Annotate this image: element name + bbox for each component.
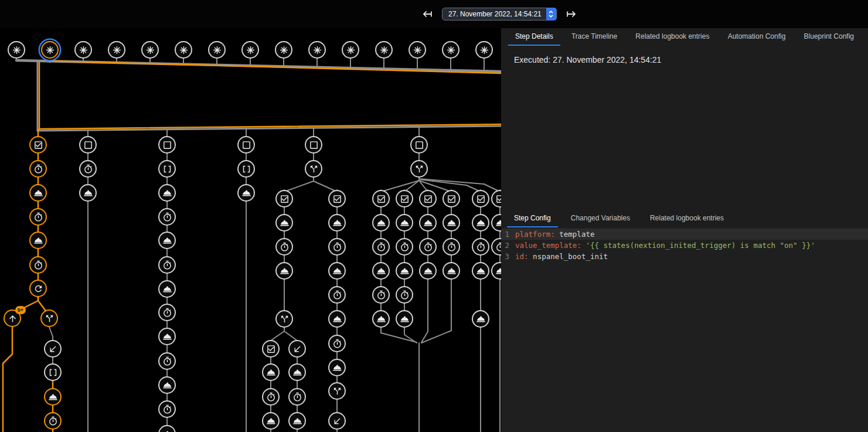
trace-node-check[interactable] xyxy=(472,190,489,208)
tab-trace-timeline[interactable]: Trace Timeline xyxy=(564,28,624,46)
trace-node-bell[interactable] xyxy=(158,328,176,345)
trace-node-bell[interactable] xyxy=(442,262,460,280)
trace-node-asterisk[interactable] xyxy=(308,41,326,59)
trace-node-asterisk[interactable] xyxy=(442,41,459,59)
trace-node-split[interactable] xyxy=(328,382,346,400)
trace-node-timer[interactable] xyxy=(158,208,176,226)
trace-node-timer[interactable] xyxy=(44,412,62,430)
trace-node-timer[interactable] xyxy=(158,304,176,321)
trace-node-timer[interactable] xyxy=(442,238,460,256)
trace-node-bell[interactable] xyxy=(262,363,280,381)
trace-node-timer[interactable] xyxy=(158,256,176,274)
trace-node-asterisk[interactable] xyxy=(41,41,59,59)
trace-node-bell[interactable] xyxy=(44,388,62,406)
trace-node-bell[interactable] xyxy=(328,359,346,376)
trace-node-square[interactable] xyxy=(410,136,428,154)
trace-node-bell[interactable] xyxy=(372,310,390,328)
trace-node-timer[interactable] xyxy=(396,238,413,256)
trace-node-asterisk[interactable] xyxy=(375,41,393,59)
trace-node-timer[interactable] xyxy=(372,238,390,256)
trace-node-bell[interactable] xyxy=(237,184,255,202)
trace-node-bell[interactable] xyxy=(442,214,460,232)
trace-node-bell[interactable] xyxy=(158,232,176,249)
trace-node-timer[interactable] xyxy=(29,160,47,178)
trace-node-split[interactable] xyxy=(40,309,58,327)
trace-node-bell[interactable] xyxy=(328,310,346,328)
trace-node-timer[interactable] xyxy=(275,238,293,256)
trace-node-check[interactable] xyxy=(419,190,437,208)
trace-node-bell[interactable] xyxy=(396,214,413,232)
trace-node-bell[interactable] xyxy=(158,184,176,202)
tab-step-config[interactable]: Step Config xyxy=(507,210,558,227)
trace-node-asterisk[interactable] xyxy=(342,41,359,59)
trace-node-timer[interactable] xyxy=(396,286,413,304)
trace-node-brackets[interactable] xyxy=(158,160,176,178)
trace-node-bell[interactable] xyxy=(288,412,306,430)
trace-node-asterisk[interactable] xyxy=(275,41,292,59)
trace-node-asterisk[interactable] xyxy=(8,41,25,59)
trace-node-timer[interactable] xyxy=(419,238,437,256)
trace-node-check[interactable] xyxy=(275,190,293,208)
next-trace-button[interactable] xyxy=(564,6,579,22)
tab-related-logbook-entries[interactable]: Related logbook entries xyxy=(628,28,716,46)
trace-node-bell[interactable] xyxy=(472,310,489,328)
trace-node-bell[interactable] xyxy=(372,214,390,232)
trace-node-bell[interactable] xyxy=(328,262,346,280)
trace-node-arrow-dl[interactable] xyxy=(328,412,346,430)
trace-node-bell[interactable] xyxy=(472,262,489,280)
trace-node-arrow-up[interactable]: 9+ xyxy=(4,309,21,327)
trace-node-timer[interactable] xyxy=(328,335,346,352)
trace-node-bell[interactable] xyxy=(29,184,47,202)
trace-node-check[interactable] xyxy=(328,190,346,208)
trace-node-bell[interactable] xyxy=(419,214,437,232)
trace-run-select[interactable]: 27. November 2022, 14:54:21 xyxy=(442,8,557,21)
trace-node-asterisk[interactable] xyxy=(475,41,493,59)
trace-node-timer[interactable] xyxy=(79,160,97,178)
trace-node-brackets[interactable] xyxy=(237,160,255,178)
tab-related-logbook-entries-sub[interactable]: Related logbook entries xyxy=(643,210,731,227)
trace-node-timer[interactable] xyxy=(262,388,280,406)
trace-node-bell[interactable] xyxy=(472,214,489,232)
trace-node-bell[interactable] xyxy=(275,214,293,232)
trace-node-asterisk[interactable] xyxy=(409,41,426,59)
trace-node-asterisk[interactable] xyxy=(141,41,159,59)
trace-node-bell[interactable] xyxy=(158,280,176,298)
trace-node-brackets[interactable] xyxy=(44,363,62,381)
trace-node-check[interactable] xyxy=(262,340,280,358)
tab-blueprint-config[interactable]: Blueprint Config xyxy=(797,28,861,46)
trace-node-timer[interactable] xyxy=(288,388,306,406)
trace-node-check[interactable] xyxy=(372,190,390,208)
trace-node-bell[interactable] xyxy=(158,376,176,394)
trace-node-check[interactable] xyxy=(29,136,47,154)
trace-node-timer[interactable] xyxy=(472,238,489,256)
previous-trace-button[interactable] xyxy=(420,6,435,22)
trace-node-arrow-dl[interactable] xyxy=(288,340,306,358)
trace-node-square[interactable] xyxy=(305,136,322,154)
trace-node-bell[interactable] xyxy=(419,262,437,280)
trace-node-timer[interactable] xyxy=(372,286,390,304)
trace-node-bell[interactable] xyxy=(396,310,413,328)
trace-node-split[interactable] xyxy=(275,310,293,328)
trace-node-timer[interactable] xyxy=(29,208,47,226)
trace-node-timer[interactable] xyxy=(328,286,346,304)
trace-node-timer[interactable] xyxy=(158,400,176,418)
trace-node-asterisk[interactable] xyxy=(74,41,92,59)
trace-node-asterisk[interactable] xyxy=(175,41,192,59)
trace-node-timer[interactable] xyxy=(328,238,346,256)
trace-node-timer[interactable] xyxy=(158,352,176,370)
trace-node-square[interactable] xyxy=(237,136,255,154)
trace-node-bell[interactable] xyxy=(29,232,47,249)
tab-changed-variables[interactable]: Changed Variables xyxy=(564,210,637,227)
trace-node-timer[interactable] xyxy=(29,256,47,274)
trace-node-bell[interactable] xyxy=(372,262,390,280)
trace-node-check[interactable] xyxy=(396,190,413,208)
trace-node-split[interactable] xyxy=(305,160,322,178)
tab-automation-config[interactable]: Automation Config xyxy=(721,28,793,46)
trace-node-asterisk[interactable] xyxy=(208,41,226,59)
trace-node-refresh[interactable] xyxy=(29,280,47,297)
trace-node-bell[interactable] xyxy=(396,262,413,280)
trace-node-bell[interactable] xyxy=(79,184,97,202)
trace-node-split[interactable] xyxy=(410,160,428,178)
trace-node-check[interactable] xyxy=(442,190,460,208)
trace-node-bell[interactable] xyxy=(328,214,346,232)
